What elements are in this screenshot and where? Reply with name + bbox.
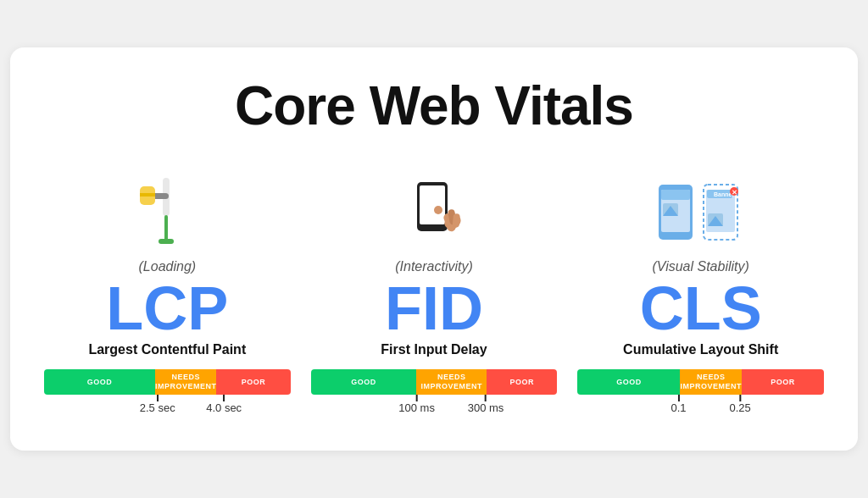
svg-rect-4 <box>164 215 168 241</box>
fid-good-label: GOOD <box>351 378 376 387</box>
fid-bar-container: GOOD NEEDS IMPROVEMENT POOR 100 ms <box>311 369 558 420</box>
svg-rect-15 <box>661 190 690 200</box>
cls-needs-segment: NEEDS IMPROVEMENT <box>680 369 742 395</box>
lcp-tick2: 4.0 sec <box>206 395 242 414</box>
fid-good-segment: GOOD <box>311 369 417 395</box>
svg-text:✕: ✕ <box>732 189 737 196</box>
cls-tick2-value: 0.25 <box>730 401 751 414</box>
vital-col-lcp: (Loading) LCP Largest Contentful Paint G… <box>44 161 291 420</box>
lcp-tick2-value: 4.0 sec <box>206 401 242 414</box>
lcp-good-label: GOOD <box>87 378 113 387</box>
lcp-needs-label: NEEDS IMPROVEMENT <box>155 373 217 391</box>
fid-needs-segment: NEEDS IMPROVEMENT <box>416 369 487 395</box>
cls-abbr: CLS <box>640 278 762 339</box>
cls-category: (Visual Stability) <box>652 259 748 274</box>
fid-tick2-value: 300 ms <box>468 401 504 414</box>
fid-poor-segment: POOR <box>487 369 557 395</box>
fid-abbr: FID <box>385 278 483 339</box>
svg-rect-7 <box>420 185 445 224</box>
cls-needs-label: NEEDS IMPROVEMENT <box>681 373 743 391</box>
fid-needs-label: NEEDS IMPROVEMENT <box>421 373 483 391</box>
lcp-icon <box>133 178 201 254</box>
cls-full: Cumulative Layout Shift <box>623 342 778 357</box>
svg-rect-3 <box>140 193 155 196</box>
fid-category: (Interactivity) <box>395 259 473 274</box>
cls-poor-label: POOR <box>771 378 795 387</box>
lcp-tick1: 2.5 sec <box>140 395 175 414</box>
lcp-poor-segment: POOR <box>216 369 290 395</box>
lcp-good-segment: GOOD <box>44 369 155 395</box>
cls-bar: GOOD NEEDS IMPROVEMENT POOR <box>577 369 824 395</box>
lcp-category: (Loading) <box>139 259 197 274</box>
svg-rect-5 <box>159 239 174 244</box>
cls-bar-container: GOOD NEEDS IMPROVEMENT POOR 0.1 <box>577 369 824 420</box>
fid-icon-area <box>392 161 476 254</box>
page-title: Core Web Vitals <box>44 75 824 137</box>
cls-tick1-value: 0.1 <box>670 401 686 414</box>
fid-tick1-value: 100 ms <box>398 401 435 414</box>
cls-good-segment: GOOD <box>577 369 680 395</box>
fid-bar: GOOD NEEDS IMPROVEMENT POOR <box>311 369 558 395</box>
lcp-icon-area <box>133 161 201 254</box>
lcp-abbr: LCP <box>106 278 228 339</box>
fid-icon <box>392 178 476 254</box>
cls-icon: Banner ✕ 👆 <box>654 178 748 254</box>
fid-tick1: 100 ms <box>398 395 435 414</box>
lcp-bar-container: GOOD NEEDS IMPROVEMENT POOR 2.5 sec <box>44 369 291 420</box>
cls-poor-segment: POOR <box>742 369 824 395</box>
fid-full: First Input Delay <box>381 342 487 357</box>
cls-icon-area: Banner ✕ 👆 <box>654 161 748 254</box>
cls-tick1: 0.1 <box>670 395 686 414</box>
svg-point-12 <box>434 206 442 214</box>
lcp-tick1-value: 2.5 sec <box>140 401 175 414</box>
lcp-needs-segment: NEEDS IMPROVEMENT <box>155 369 217 395</box>
cls-good-label: GOOD <box>616 378 642 387</box>
lcp-full: Largest Contentful Paint <box>88 342 246 357</box>
lcp-ticks: 2.5 sec 4.0 sec <box>44 395 291 420</box>
cls-tick2: 0.25 <box>730 395 751 414</box>
vital-col-cls: Banner ✕ 👆 (Visual Stability) CLS Cumula… <box>577 161 824 420</box>
lcp-poor-label: POOR <box>242 378 266 387</box>
fid-poor-label: POOR <box>510 378 535 387</box>
cls-ticks: 0.1 0.25 <box>577 395 824 420</box>
lcp-bar: GOOD NEEDS IMPROVEMENT POOR <box>44 369 291 395</box>
fid-ticks: 100 ms 300 ms <box>311 395 558 420</box>
fid-tick2: 300 ms <box>468 395 504 414</box>
main-card: Core Web Vitals <box>10 47 858 451</box>
vital-col-fid: (Interactivity) FID First Input Delay GO… <box>311 161 558 420</box>
vitals-grid: (Loading) LCP Largest Contentful Paint G… <box>44 161 824 420</box>
